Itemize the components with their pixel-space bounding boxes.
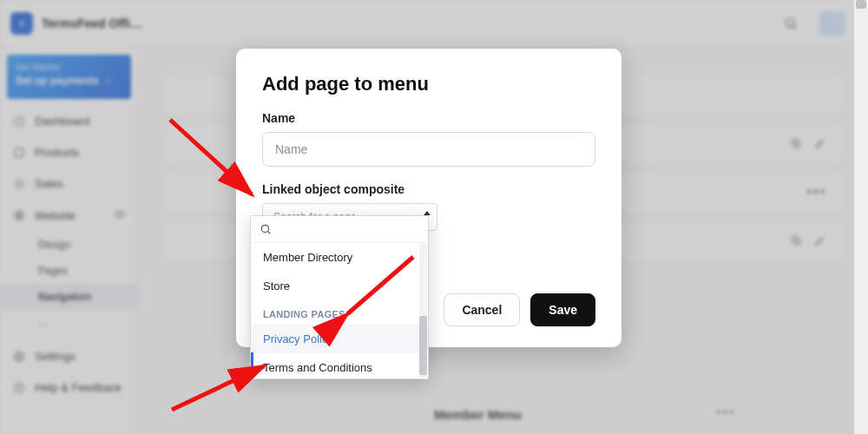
- modal-title: Add page to menu: [262, 73, 595, 95]
- option-member-directory[interactable]: Member Directory: [251, 243, 428, 272]
- name-label: Name: [262, 111, 595, 125]
- page-scrollbar[interactable]: [854, 0, 868, 434]
- cancel-button[interactable]: Cancel: [444, 293, 520, 326]
- svg-line-14: [268, 232, 271, 234]
- group-header-landing-pages: LANDING PAGES: [251, 300, 428, 325]
- dropdown-scroll-thumb[interactable]: [419, 316, 427, 375]
- search-icon: [260, 223, 272, 235]
- page-search-dropdown: Member Directory Store LANDING PAGES Pri…: [250, 215, 429, 379]
- dropdown-list: Member Directory Store LANDING PAGES Pri…: [251, 243, 428, 378]
- option-privacy-policy[interactable]: Privacy Policy: [251, 325, 428, 353]
- linked-object-label: Linked object composite: [262, 182, 595, 196]
- selection-indicator: [251, 352, 253, 372]
- option-terms-and-conditions[interactable]: Terms and Conditions: [251, 353, 428, 382]
- page-scroll-thumb[interactable]: [856, 0, 866, 9]
- name-input[interactable]: [262, 132, 595, 167]
- option-store[interactable]: Store: [251, 272, 428, 300]
- svg-point-13: [261, 225, 268, 232]
- dropdown-search-row[interactable]: [251, 216, 428, 243]
- save-button[interactable]: Save: [530, 293, 595, 326]
